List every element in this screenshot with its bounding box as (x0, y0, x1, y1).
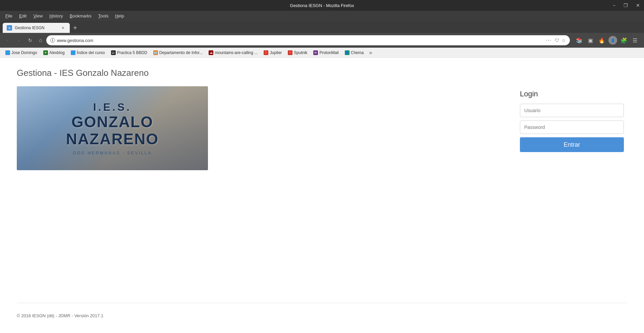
forward-button[interactable]: › (14, 36, 23, 45)
bookmark-label: Departamento de Infor... (159, 50, 203, 55)
bookmark-star-icon[interactable]: ☆ (561, 38, 566, 43)
login-panel: Login Entrar (520, 86, 627, 152)
bookmark-icon: 👤 (345, 50, 350, 55)
bookmark-label: Sputnik (294, 50, 307, 55)
tab-label: Gestiona IESGN (15, 26, 45, 30)
bookmark-label: Alexblog (49, 50, 65, 55)
bookmark-practica5[interactable]: 🗂 Practica 5 BBDD (108, 49, 150, 56)
close-button[interactable]: ✕ (632, 0, 644, 11)
page-title: Gestiona - IES Gonzalo Nazareno (17, 68, 627, 78)
firefox-icon[interactable]: 🔥 (596, 36, 607, 45)
new-tab-button[interactable]: + (70, 23, 80, 33)
menu-bar: File Edit View History Bookmarks Tools H… (0, 11, 644, 21)
school-image: I.E.S. GONZALO NAZARENO DOS HERMANAS - S… (17, 86, 208, 170)
user-avatar[interactable]: 👤 (608, 36, 617, 45)
bookmark-jose-domingo[interactable]: 🌐 Jose Domingo (3, 49, 40, 56)
bookmark-icon: 🔴 (288, 50, 292, 55)
bookmark-icon: 🔴 (264, 50, 268, 55)
tab-gestiona[interactable]: G Gestiona IESGN × (3, 23, 70, 33)
login-button[interactable]: Entrar (520, 137, 624, 152)
school-nazareno-text: NAZARENO (66, 131, 159, 148)
menu-view[interactable]: View (31, 12, 45, 20)
menu-history[interactable]: History (47, 12, 65, 20)
bookmarks-overflow-button[interactable]: » (367, 49, 374, 56)
bookmark-icon: ✉ (313, 50, 318, 55)
extensions-icon[interactable]: 🧩 (619, 36, 629, 45)
url-bar[interactable]: i www.gestiona.com ··· 🛡 ☆ (46, 35, 570, 45)
bookmark-label: Practica 5 BBDD (117, 50, 147, 55)
bookmark-jupiter[interactable]: 🔴 Jupiter (261, 49, 284, 56)
bookmark-icon: 🌐 (71, 50, 75, 55)
shield-icon: 🛡 (555, 38, 559, 43)
menu-edit[interactable]: Edit (16, 12, 29, 20)
bookmark-icon: ⛰ (209, 50, 213, 55)
bookmark-sputnik[interactable]: 🔴 Sputnik (285, 49, 310, 56)
school-name-block: I.E.S. GONZALO NAZARENO DOS HERMANAS - S… (66, 101, 159, 155)
password-input[interactable] (520, 121, 624, 134)
bookmarks-bar: 🌐 Jose Domingo ✦ Alexblog 🌐 Índice del c… (0, 48, 644, 58)
page-footer: © 2016 IESGN (dit) - JDMR - Versión 2017… (0, 313, 644, 325)
bookmark-label: Índice del curso (77, 50, 105, 55)
bookmark-icon: 🏢 (153, 50, 158, 55)
menu-tools[interactable]: Tools (96, 12, 111, 20)
home-button[interactable]: ⌂ (37, 36, 44, 45)
bookmark-icon: ✦ (43, 50, 48, 55)
school-gonzalo-text: GONZALO (66, 113, 159, 131)
bookmark-label: ProtonMail (319, 50, 338, 55)
back-button[interactable]: ‹ (3, 36, 12, 45)
address-bar: ‹ › ↻ ⌂ i www.gestiona.com ··· 🛡 ☆ 📚 ▣ 🔥… (0, 33, 644, 48)
security-info-icon: i (50, 38, 55, 43)
bookmark-protonmail[interactable]: ✉ ProtonMail (311, 49, 341, 56)
bookmark-indice[interactable]: 🌐 Índice del curso (68, 49, 108, 56)
menu-bookmarks[interactable]: Bookmarks (67, 12, 94, 20)
sidebar-icon[interactable]: ▣ (586, 36, 595, 45)
menu-file[interactable]: File (3, 12, 15, 20)
url-more-button[interactable]: ··· (546, 37, 551, 43)
window-title: Gestiona IESGN - Mozilla Firefox (290, 3, 354, 8)
bookmark-label: Jose Domingo (11, 50, 37, 55)
username-input[interactable] (520, 104, 624, 117)
tab-favicon: G (7, 25, 12, 31)
reload-button[interactable]: ↻ (25, 36, 35, 45)
maximize-button[interactable]: ❐ (620, 0, 632, 11)
tab-close-button[interactable]: × (60, 25, 66, 31)
bookmark-icon: 🗂 (111, 50, 116, 55)
bookmark-label: Chema (351, 50, 364, 55)
bookmark-chema[interactable]: 👤 Chema (342, 49, 367, 56)
menu-help[interactable]: Help (112, 12, 127, 20)
bookmark-mountains[interactable]: ⛰ mountains-are-calling ... (206, 49, 260, 56)
toolbar-right: 📚 ▣ 🔥 👤 🧩 ☰ (572, 36, 641, 45)
school-subtitle-text: DOS HERMANAS - SEVILLA (66, 150, 159, 155)
window-controls: − ❐ ✕ (609, 0, 644, 11)
login-title: Login (520, 90, 627, 98)
title-bar: Gestiona IESGN - Mozilla Firefox − ❐ ✕ (0, 0, 644, 11)
school-ies-text: I.E.S. (66, 101, 159, 113)
tab-bar: G Gestiona IESGN × + (0, 21, 644, 33)
page-content: Gestiona - IES Gonzalo Nazareno I.E.S. G… (0, 58, 644, 293)
bookmark-departamento[interactable]: 🏢 Departamento de Infor... (151, 49, 205, 56)
bookmark-alexblog[interactable]: ✦ Alexblog (41, 49, 67, 56)
bookmark-label: Jupiter (270, 50, 282, 55)
url-text: www.gestiona.com (57, 38, 544, 43)
bookmark-icon: 🌐 (5, 50, 10, 55)
bookmark-label: mountains-are-calling ... (215, 50, 258, 55)
library-icon[interactable]: 📚 (574, 36, 585, 45)
footer-text: © 2016 IESGN (dit) - JDMR - Versión 2017… (17, 313, 103, 318)
minimize-button[interactable]: − (609, 0, 620, 11)
menu-icon[interactable]: ☰ (631, 36, 639, 45)
main-section: I.E.S. GONZALO NAZARENO DOS HERMANAS - S… (17, 86, 627, 170)
page-divider (17, 303, 627, 303)
